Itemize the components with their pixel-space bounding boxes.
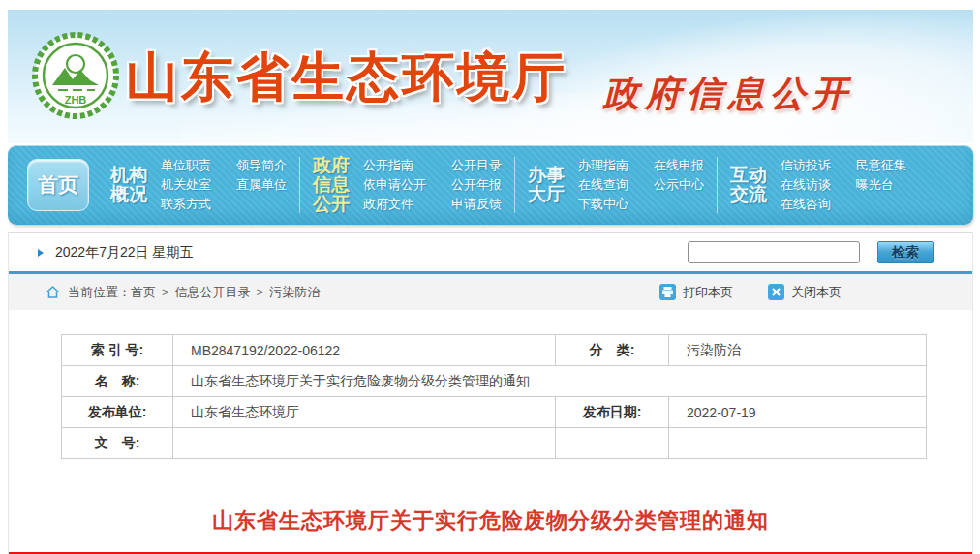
- title-value: 山东省生态环境厅关于实行危险废物分级分类管理的通知: [173, 366, 927, 397]
- nav-link[interactable]: 下载中心: [578, 195, 628, 214]
- nav-home-button[interactable]: 首页: [27, 159, 89, 211]
- nav-link[interactable]: 机关处室: [161, 175, 211, 195]
- nav-section-org-overview: 机构 概况 单位职责 机关处室 联系方式 领导简介 直属单位: [110, 156, 287, 214]
- nav-section-gov-info: 政府 信息 公开 公开指南 依申请公开 政府文件 公开目录 公开年报 申请反馈: [313, 156, 502, 214]
- date-search-bar: 2022年7月22日 星期五 检索: [9, 232, 972, 271]
- empty-cell: [556, 428, 669, 459]
- nav-link[interactable]: 政府文件: [363, 195, 426, 214]
- title-label: 名 称:: [62, 366, 173, 397]
- nav-link[interactable]: 公开指南: [363, 156, 426, 175]
- site-logo-icon[interactable]: ZHB: [31, 31, 120, 120]
- breadcrumb-label: 当前位置：: [68, 284, 131, 301]
- doc-number-label: 文 号:: [62, 428, 173, 459]
- publish-date-value: 2022-07-19: [669, 397, 927, 428]
- nav-section-interaction: 互动 交流 信访投诉 在线访谈 在线咨询 民意征集 曝光台: [730, 156, 906, 214]
- breadcrumb-current: 污染防治: [269, 284, 320, 301]
- nav-link[interactable]: 办理指南: [578, 156, 628, 175]
- nav-link[interactable]: 民意征集: [856, 156, 906, 175]
- nav-link[interactable]: 领导简介: [236, 156, 287, 175]
- search-button[interactable]: 检索: [877, 241, 934, 263]
- breadcrumb-separator: >: [162, 285, 169, 299]
- nav-link[interactable]: 曝光台: [856, 175, 906, 195]
- nav-section-title-gov-info[interactable]: 政府 信息 公开: [313, 156, 350, 214]
- nav-section-title-org-overview[interactable]: 机构 概况: [110, 166, 147, 204]
- nav-link[interactable]: 公开目录: [451, 156, 502, 175]
- table-row: 索 引 号: MB2847192/2022-06122 分 类: 污染防治: [62, 335, 927, 366]
- close-icon: [768, 284, 784, 300]
- site-header: ZHB 山东省生态环境厅 政府信息公开: [8, 10, 973, 143]
- logo-text: ZHB: [65, 94, 87, 106]
- nav-link[interactable]: 单位职责: [161, 156, 211, 175]
- index-number-label: 索 引 号:: [62, 335, 173, 366]
- article-content: 索 引 号: MB2847192/2022-06122 分 类: 污染防治 名 …: [9, 310, 972, 554]
- publisher-label: 发布单位:: [62, 397, 173, 428]
- index-number-value: MB2847192/2022-06122: [173, 335, 556, 366]
- breadcrumb-separator: >: [257, 285, 264, 299]
- nav-section-title-interaction[interactable]: 互动 交流: [730, 166, 767, 204]
- table-row: 名 称: 山东省生态环境厅关于实行危险废物分级分类管理的通知: [62, 366, 927, 397]
- empty-cell: [669, 428, 927, 459]
- date-arrow-icon: [38, 249, 44, 257]
- main-nav: 首页 机构 概况 单位职责 机关处室 联系方式 领导简介 直属单位: [8, 145, 973, 225]
- print-page-button[interactable]: 打印本页: [659, 284, 733, 301]
- home-icon: [46, 285, 60, 299]
- nav-link[interactable]: 在线访谈: [781, 175, 831, 195]
- nav-link[interactable]: 依申请公开: [363, 175, 426, 195]
- table-row: 文 号:: [62, 428, 927, 459]
- publisher-value: 山东省生态环境厅: [173, 397, 556, 428]
- page: ZHB 山东省生态环境厅 政府信息公开 首页 机构 概况 单位职责 机关处室 联…: [8, 10, 973, 554]
- nav-section-service-hall: 办事 大厅 办理指南 在线查询 下载中心 在线申报 公示中心: [528, 156, 704, 214]
- breadcrumb-home[interactable]: 首页: [131, 284, 156, 301]
- nav-link[interactable]: 在线申报: [654, 156, 704, 175]
- lower-wrapper: 2022年7月22日 星期五 检索 当前位置： 首页 > 信息公开目录 > 污染…: [8, 232, 973, 554]
- banner-title: 政府信息公开: [603, 70, 853, 118]
- current-date: 2022年7月22日 星期五: [55, 244, 193, 262]
- nav-link[interactable]: 申请反馈: [451, 195, 502, 214]
- category-label: 分 类:: [556, 335, 669, 366]
- publish-date-label: 发布日期:: [556, 397, 669, 428]
- nav-link[interactable]: 信访投诉: [781, 156, 831, 175]
- print-icon: [659, 284, 676, 300]
- site-title: 山东省生态环境厅: [126, 43, 567, 113]
- breadcrumb: 当前位置： 首页 > 信息公开目录 > 污染防治 打印本页: [9, 274, 972, 310]
- nav-divider: [299, 157, 300, 213]
- nav-link[interactable]: 在线咨询: [781, 195, 831, 214]
- category-value: 污染防治: [669, 335, 927, 366]
- table-row: 发布单位: 山东省生态环境厅 发布日期: 2022-07-19: [62, 397, 927, 428]
- nav-divider: [514, 157, 515, 213]
- article-title: 山东省生态环境厅关于实行危险废物分级分类管理的通知: [9, 507, 972, 536]
- close-page-button[interactable]: 关闭本页: [768, 284, 842, 301]
- nav-link[interactable]: 直属单位: [236, 175, 287, 195]
- nav-link[interactable]: 在线查询: [578, 175, 628, 195]
- search-input[interactable]: [688, 241, 860, 263]
- nav-link[interactable]: 公示中心: [654, 175, 704, 195]
- nav-link[interactable]: 联系方式: [161, 195, 211, 214]
- nav-link[interactable]: 公开年报: [451, 175, 502, 195]
- doc-number-value: [173, 428, 556, 459]
- nav-section-title-service-hall[interactable]: 办事 大厅: [528, 166, 565, 204]
- nav-divider: [717, 157, 718, 213]
- info-table: 索 引 号: MB2847192/2022-06122 分 类: 污染防治 名 …: [61, 334, 927, 459]
- breadcrumb-catalog[interactable]: 信息公开目录: [175, 284, 251, 301]
